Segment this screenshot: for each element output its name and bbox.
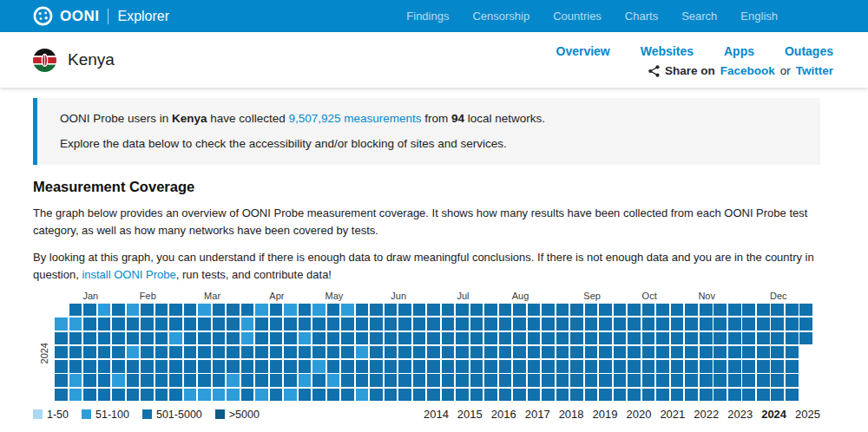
heatmap-cell[interactable] — [356, 389, 369, 401]
heatmap-cell[interactable] — [713, 332, 727, 344]
heatmap-cell[interactable] — [241, 317, 254, 330]
heatmap-cell[interactable] — [155, 346, 168, 358]
heatmap-cell[interactable] — [112, 346, 125, 358]
heatmap-cell[interactable] — [312, 374, 326, 386]
heatmap-cell[interactable] — [570, 332, 583, 344]
heatmap-cell[interactable] — [470, 374, 483, 386]
heatmap-cell[interactable] — [284, 346, 297, 358]
heatmap-cell[interactable] — [227, 304, 240, 316]
heatmap-cell[interactable] — [413, 304, 426, 316]
heatmap-cell[interactable] — [742, 332, 755, 344]
heatmap-cell[interactable] — [83, 317, 96, 330]
heatmap-cell[interactable] — [728, 346, 741, 358]
heatmap-cell[interactable] — [198, 304, 211, 316]
heatmap-cell[interactable] — [312, 304, 326, 316]
heatmap-cell[interactable] — [184, 332, 197, 344]
heatmap-cell[interactable] — [456, 346, 469, 358]
heatmap-cell[interactable] — [341, 374, 354, 386]
heatmap-cell[interactable] — [570, 346, 583, 358]
heatmap-cell[interactable] — [312, 360, 326, 372]
heatmap-cell[interactable] — [398, 374, 411, 386]
heatmap-cell[interactable] — [484, 304, 497, 316]
heatmap-cell[interactable] — [341, 304, 354, 316]
heatmap-cell[interactable] — [556, 317, 569, 330]
year-2021[interactable]: 2021 — [660, 408, 685, 421]
heatmap-cell[interactable] — [341, 317, 354, 330]
country-tab-overview[interactable]: Overview — [556, 44, 610, 58]
heatmap-cell[interactable] — [499, 360, 512, 372]
heatmap-cell[interactable] — [213, 346, 226, 358]
heatmap-cell[interactable] — [356, 332, 369, 344]
heatmap-cell[interactable] — [585, 360, 598, 372]
heatmap-cell[interactable] — [685, 346, 698, 358]
heatmap-cell[interactable] — [112, 389, 125, 401]
heatmap-cell[interactable] — [513, 332, 526, 344]
heatmap-cell[interactable] — [255, 389, 268, 401]
heatmap-cell[interactable] — [169, 346, 182, 358]
heatmap-cell[interactable] — [341, 389, 354, 401]
heatmap-cell[interactable] — [656, 332, 669, 344]
heatmap-cell[interactable] — [69, 346, 82, 358]
heatmap-cell[interactable] — [184, 346, 197, 358]
heatmap-cell[interactable] — [127, 317, 140, 330]
heatmap-cell[interactable] — [757, 360, 770, 372]
heatmap-cell[interactable] — [700, 389, 713, 401]
heatmap-cell[interactable] — [112, 304, 125, 316]
heatmap-cell[interactable] — [385, 332, 398, 344]
heatmap-cell[interactable] — [556, 332, 569, 344]
heatmap-cell[interactable] — [614, 360, 627, 372]
heatmap-cell[interactable] — [700, 304, 713, 316]
heatmap-cell[interactable] — [83, 374, 96, 386]
heatmap-cell[interactable] — [413, 317, 426, 330]
heatmap-cell[interactable] — [556, 374, 569, 386]
heatmap-cell[interactable] — [599, 317, 612, 330]
heatmap-cell[interactable] — [484, 332, 497, 344]
heatmap-cell[interactable] — [585, 317, 598, 330]
heatmap-cell[interactable] — [570, 374, 583, 386]
heatmap-cell[interactable] — [227, 374, 240, 386]
heatmap-cell[interactable] — [528, 374, 541, 386]
heatmap-cell[interactable] — [213, 389, 226, 401]
heatmap-cell[interactable] — [284, 317, 297, 330]
year-2024[interactable]: 2024 — [761, 408, 786, 421]
heatmap-cell[interactable] — [327, 317, 340, 330]
heatmap-cell[interactable] — [528, 304, 541, 316]
heatmap-cell[interactable] — [470, 389, 483, 401]
heatmap-cell[interactable] — [413, 332, 426, 344]
heatmap-cell[interactable] — [786, 360, 799, 372]
heatmap-cell[interactable] — [312, 332, 326, 344]
heatmap-cell[interactable] — [484, 346, 497, 358]
share-facebook-link[interactable]: Facebook — [720, 64, 775, 77]
heatmap-cell[interactable] — [685, 332, 698, 344]
heatmap-cell[interactable] — [169, 389, 182, 401]
heatmap-cell[interactable] — [786, 346, 799, 358]
heatmap-cell[interactable] — [614, 374, 627, 386]
heatmap-cell[interactable] — [213, 332, 226, 344]
heatmap-cell[interactable] — [327, 374, 340, 386]
heatmap-cell[interactable] — [427, 304, 440, 316]
heatmap-cell[interactable] — [728, 389, 741, 401]
year-2022[interactable]: 2022 — [694, 408, 719, 421]
heatmap-cell[interactable] — [771, 389, 784, 401]
heatmap-cell[interactable] — [599, 304, 612, 316]
heatmap-cell[interactable] — [69, 374, 82, 386]
heatmap-cell[interactable] — [112, 317, 125, 330]
heatmap-cell[interactable] — [742, 360, 755, 372]
heatmap-cell[interactable] — [341, 360, 354, 372]
heatmap-cell[interactable] — [771, 360, 784, 372]
heatmap-cell[interactable] — [656, 304, 669, 316]
heatmap-cell[interactable] — [470, 346, 483, 358]
heatmap-cell[interactable] — [628, 317, 641, 330]
nav-item-charts[interactable]: Charts — [625, 10, 658, 23]
heatmap-cell[interactable] — [69, 360, 82, 372]
heatmap-cell[interactable] — [385, 389, 398, 401]
heatmap-cell[interactable] — [484, 389, 497, 401]
heatmap-cell[interactable] — [83, 389, 96, 401]
heatmap-cell[interactable] — [98, 360, 111, 372]
heatmap-cell[interactable] — [757, 304, 770, 316]
year-2019[interactable]: 2019 — [593, 408, 618, 421]
heatmap-cell[interactable] — [757, 346, 770, 358]
heatmap-cell[interactable] — [700, 317, 713, 330]
heatmap-cell[interactable] — [614, 304, 627, 316]
heatmap-cell[interactable] — [771, 374, 784, 386]
